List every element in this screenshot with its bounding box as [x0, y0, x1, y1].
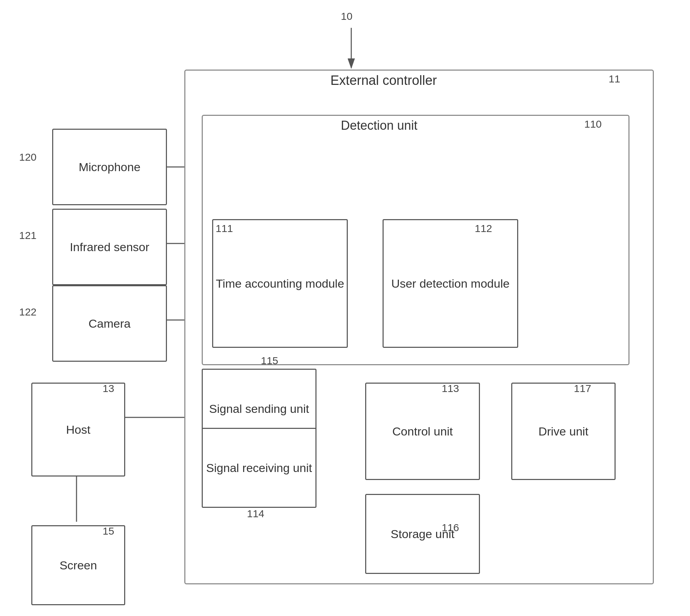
ref-113: 113 [442, 383, 459, 394]
ref-15: 15 [103, 525, 114, 537]
microphone-box: Microphone [52, 129, 167, 205]
microphone-label: Microphone [79, 159, 141, 175]
ref-13: 13 [103, 383, 114, 394]
screen-box: Screen [31, 525, 125, 605]
drive-unit-label: Drive unit [538, 424, 588, 439]
ref-121: 121 [19, 230, 37, 241]
host-label: Host [66, 422, 90, 437]
ref-111: 111 [216, 223, 233, 234]
ref-120: 120 [19, 151, 37, 163]
camera-label: Camera [89, 316, 131, 331]
user-detection-label: User detection module [391, 276, 510, 291]
infrared-sensor-label: Infrared sensor [70, 239, 150, 255]
ref-11: 11 [609, 73, 620, 85]
ref-110: 110 [584, 118, 602, 130]
ref-112: 112 [475, 223, 492, 234]
signal-receiving-label: Signal receiving unit [206, 460, 312, 475]
time-accounting-label: Time accounting module [216, 276, 344, 291]
time-accounting-box: Time accounting module [212, 219, 348, 348]
ref-10: 10 [341, 10, 352, 22]
control-unit-label: Control unit [392, 424, 453, 439]
ref-115: 115 [261, 355, 278, 367]
control-unit-box: Control unit [365, 383, 480, 480]
detection-unit-label: Detection unit [341, 118, 417, 133]
storage-unit-box: Storage unit [365, 494, 480, 574]
drive-unit-box: Drive unit [511, 383, 616, 480]
ref-117: 117 [574, 383, 591, 394]
diagram: 10 External controller 11 Detection unit… [0, 0, 690, 616]
outer-controller-label: External controller [330, 73, 437, 88]
signal-sending-label: Signal sending unit [209, 401, 309, 416]
camera-box: Camera [52, 285, 167, 362]
ref-122: 122 [19, 306, 37, 318]
screen-label: Screen [59, 558, 97, 573]
host-box: Host [31, 383, 125, 477]
user-detection-box: User detection module [383, 219, 518, 348]
signal-receiving-box: Signal receiving unit [202, 428, 316, 508]
ref-116: 116 [442, 522, 459, 534]
infrared-sensor-box: Infrared sensor [52, 209, 167, 285]
ref-114: 114 [247, 508, 264, 520]
